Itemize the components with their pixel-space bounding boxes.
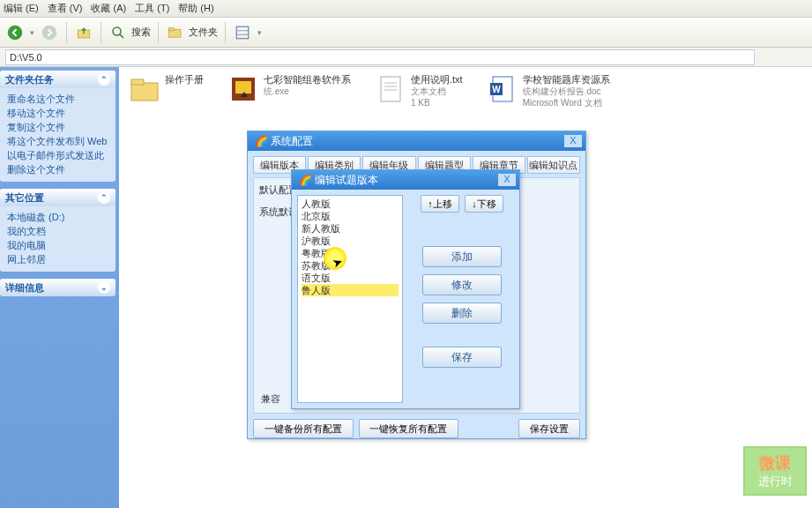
search-label: 搜索 xyxy=(131,26,151,39)
backup-button[interactable]: 一键备份所有配置 xyxy=(253,419,354,438)
file-name: 使用说明.txt xyxy=(411,74,463,86)
file-name: 七彩智能组卷软件系 xyxy=(264,74,351,86)
details-panel: 详细信息⌄ xyxy=(0,279,115,296)
menu-view[interactable]: 查看 (V) xyxy=(48,2,83,15)
edit-version-dialog: 🌈 编辑试题版本 X 人教版 北京版 新人教版 沪教版 粤教版 苏教版 语文版 … xyxy=(291,169,520,409)
svg-line-4 xyxy=(120,34,124,38)
task-item[interactable]: 将这个文件发布到 Web xyxy=(7,134,108,148)
address-bar: D:\V5.0 xyxy=(0,48,812,67)
tasks-panel: 文件夹任务⌃ 重命名这个文件 移动这个文件 复制这个文件 将这个文件发布到 We… xyxy=(0,71,115,182)
place-item[interactable]: 我的电脑 xyxy=(7,238,108,252)
places-panel: 其它位置⌃ 本地磁盘 (D:) 我的文档 我的电脑 网上邻居 xyxy=(0,189,115,272)
file-name: 操作手册 xyxy=(165,74,204,86)
move-down-button[interactable]: ↓下移 xyxy=(465,195,503,213)
svg-rect-13 xyxy=(235,81,251,93)
word-file-icon: W xyxy=(488,74,518,104)
list-item-selected[interactable]: 鲁人版 xyxy=(302,284,399,296)
svg-rect-7 xyxy=(236,26,249,39)
place-item[interactable]: 我的文档 xyxy=(7,224,108,238)
svg-point-0 xyxy=(8,25,23,40)
watermark: 微课 进行时 xyxy=(743,446,807,496)
file-type: Microsoft Word 文档 xyxy=(523,97,610,108)
forward-button[interactable] xyxy=(40,23,59,42)
rainbow-icon: 🌈 xyxy=(299,174,312,186)
tasks-title: 文件夹任务 xyxy=(5,73,54,86)
close-button[interactable]: X xyxy=(564,135,582,147)
svg-text:W: W xyxy=(492,85,501,94)
place-item[interactable]: 网上邻居 xyxy=(7,252,108,266)
add-button[interactable]: 添加 xyxy=(422,246,502,267)
list-item[interactable]: 苏教版 xyxy=(302,259,399,272)
folder-item[interactable]: 操作手册 xyxy=(130,74,204,108)
menu-help[interactable]: 帮助 (H) xyxy=(178,2,213,15)
views-button[interactable] xyxy=(233,23,252,42)
menu-bar: 编辑 (E) 查看 (V) 收藏 (A) 工具 (T) 帮助 (H) xyxy=(0,0,812,18)
sidebar: 文件夹任务⌃ 重命名这个文件 移动这个文件 复制这个文件 将这个文件发布到 We… xyxy=(0,67,119,508)
svg-rect-11 xyxy=(131,79,144,85)
expand-icon[interactable]: ⌄ xyxy=(98,281,110,294)
task-item[interactable]: 删除这个文件 xyxy=(7,162,108,176)
svg-rect-10 xyxy=(131,83,158,101)
folders-icon[interactable] xyxy=(166,23,185,42)
version-listbox[interactable]: 人教版 北京版 新人教版 沪教版 粤教版 苏教版 语文版 鲁人版 xyxy=(297,195,403,403)
watermark-text: 进行时 xyxy=(758,474,793,489)
svg-rect-14 xyxy=(381,77,400,101)
collapse-icon[interactable]: ⌃ xyxy=(98,73,110,86)
delete-button[interactable]: 删除 xyxy=(422,303,502,324)
up-button[interactable] xyxy=(74,23,93,42)
file-name: 学校智能题库资源系 xyxy=(523,74,610,86)
folders-label: 文件夹 xyxy=(189,26,218,39)
menu-edit[interactable]: 编辑 (E) xyxy=(4,2,39,15)
save-button[interactable]: 保存 xyxy=(422,347,502,368)
back-button[interactable] xyxy=(5,23,25,42)
task-item[interactable]: 以电子邮件形式发送此 xyxy=(7,148,108,162)
file-type: 文本文档 xyxy=(411,86,463,97)
folder-icon xyxy=(130,74,160,104)
list-item[interactable]: 新人教版 xyxy=(302,222,399,235)
menu-tools[interactable]: 工具 (T) xyxy=(135,2,169,15)
details-title: 详细信息 xyxy=(5,281,44,295)
toolbar: ▾ 搜索 文件夹 ▾ xyxy=(0,18,812,48)
txt-item[interactable]: 使用说明.txt文本文档1 KB xyxy=(376,74,463,108)
move-up-button[interactable]: ↑上移 xyxy=(421,195,459,213)
collapse-icon[interactable]: ⌃ xyxy=(98,191,110,204)
doc-item[interactable]: W 学校智能题库资源系统构建分析报告.docMicrosoft Word 文档 xyxy=(488,74,610,108)
dialog-titlebar[interactable]: 🌈 编辑试题版本 X xyxy=(292,170,519,190)
places-title: 其它位置 xyxy=(5,191,44,205)
file-sub: 统.exe xyxy=(264,86,351,97)
exe-icon xyxy=(228,74,258,104)
list-item[interactable]: 北京版 xyxy=(302,210,399,222)
menu-fav[interactable]: 收藏 (A) xyxy=(91,2,126,15)
list-item[interactable]: 语文版 xyxy=(302,272,399,284)
exe-item[interactable]: 七彩智能组卷软件系统.exe xyxy=(228,74,351,108)
watermark-text: 微课 xyxy=(759,452,791,474)
list-item[interactable]: 粤教版 xyxy=(302,247,399,259)
task-item[interactable]: 移动这个文件 xyxy=(7,106,108,120)
dialog-title: 编辑试题版本 xyxy=(315,174,378,186)
text-file-icon xyxy=(376,74,406,104)
restore-button[interactable]: 一键恢复所有配置 xyxy=(359,419,459,438)
file-size: 1 KB xyxy=(411,97,463,108)
edit-button[interactable]: 修改 xyxy=(422,274,502,295)
file-sub: 统构建分析报告.doc xyxy=(523,86,610,97)
task-item[interactable]: 重命名这个文件 xyxy=(7,92,108,106)
list-item[interactable]: 沪教版 xyxy=(302,235,399,247)
address-input[interactable]: D:\V5.0 xyxy=(5,49,755,65)
tab-knowledge[interactable]: 编辑知识点 xyxy=(527,156,580,174)
compat-label: 兼容 xyxy=(261,392,280,406)
rainbow-icon: 🌈 xyxy=(255,135,268,147)
dialog-titlebar[interactable]: 🌈 系统配置 X xyxy=(248,131,585,151)
dialog-title: 系统配置 xyxy=(271,135,313,147)
svg-rect-6 xyxy=(169,27,175,30)
search-icon[interactable] xyxy=(108,23,128,42)
save-settings-button[interactable]: 保存设置 xyxy=(518,419,580,438)
place-item[interactable]: 本地磁盘 (D:) xyxy=(7,210,108,224)
list-item[interactable]: 人教版 xyxy=(302,198,399,210)
close-button[interactable]: X xyxy=(498,174,516,186)
task-item[interactable]: 复制这个文件 xyxy=(7,120,108,134)
svg-point-1 xyxy=(42,25,57,40)
